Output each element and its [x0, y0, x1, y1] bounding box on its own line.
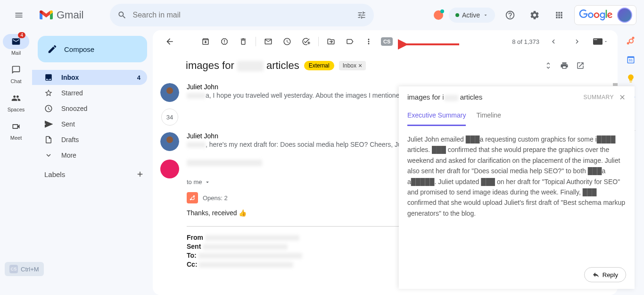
header: Gmail Active — [0, 0, 644, 30]
delete-button[interactable] — [234, 32, 253, 51]
summary-title: images for i articles — [407, 93, 583, 101]
keep-icon — [626, 74, 636, 83]
hubspot-indicator[interactable] — [434, 10, 443, 20]
settings-button[interactable] — [525, 6, 544, 25]
nav-starred[interactable]: Starred — [32, 85, 147, 101]
gear-icon — [529, 10, 540, 20]
send-icon — [44, 120, 53, 128]
svg-point-8 — [191, 197, 194, 200]
search-icon — [117, 10, 127, 20]
move-button[interactable] — [322, 32, 340, 51]
reply-button[interactable]: Reply — [584, 267, 626, 282]
archive-icon — [201, 37, 210, 46]
summary-tabs: Executive Summary Timeline — [399, 108, 635, 126]
hubspot-icon — [626, 36, 636, 45]
active-status[interactable]: Active — [449, 8, 495, 23]
expand-icon[interactable] — [544, 61, 553, 70]
search-input[interactable] — [132, 11, 357, 19]
clock-icon — [283, 37, 291, 46]
star-icon — [44, 89, 53, 97]
cs-badge[interactable]: CS — [381, 37, 393, 46]
rail-meet[interactable]: Meet — [3, 119, 29, 141]
sender-avatar — [160, 83, 179, 102]
chevron-down-icon — [44, 151, 53, 160]
thread-count[interactable]: 34 — [161, 109, 178, 126]
close-icon[interactable] — [619, 93, 626, 101]
reply-icon — [592, 271, 600, 278]
tab-executive-summary[interactable]: Executive Summary — [407, 108, 466, 126]
svg-line-12 — [629, 42, 630, 43]
svg-point-7 — [190, 199, 192, 201]
label-icon — [346, 37, 354, 46]
archive-button[interactable] — [196, 32, 215, 51]
mark-unread-button[interactable] — [259, 32, 278, 51]
sidebar: Compose Inbox 4 Starred Snoozed Sent Dra… — [32, 30, 153, 295]
sender-avatar — [160, 132, 179, 151]
subject-row: images for articles External Inbox × — [153, 53, 618, 78]
chevron-left-icon — [549, 37, 558, 46]
rail-spaces[interactable]: Spaces — [3, 91, 29, 112]
apps-button[interactable] — [550, 6, 569, 25]
next-button[interactable] — [568, 32, 586, 51]
help-icon — [505, 10, 515, 20]
google-logo-icon — [578, 9, 613, 21]
input-tools-button[interactable] — [591, 32, 610, 51]
toolbar: CS 8 of 1,373 — [153, 30, 618, 53]
gmail-icon — [40, 10, 53, 20]
trash-icon — [239, 37, 248, 46]
nav-more[interactable]: More — [32, 148, 147, 163]
google-account[interactable] — [574, 5, 636, 25]
sender-redacted — [187, 160, 262, 166]
inbox-chip[interactable]: Inbox × — [339, 61, 366, 70]
chat-icon — [11, 65, 21, 75]
prev-button[interactable] — [544, 32, 563, 51]
pencil-icon — [47, 44, 58, 54]
nav-sent[interactable]: Sent — [32, 117, 147, 132]
spam-button[interactable] — [215, 32, 234, 51]
snooze-button[interactable] — [278, 32, 297, 51]
more-button[interactable] — [359, 32, 378, 51]
main-menu-button[interactable] — [8, 4, 30, 26]
print-icon[interactable] — [560, 61, 569, 70]
keyboard-icon — [593, 38, 603, 45]
calendar-addon[interactable]: 31 — [626, 55, 636, 64]
plus-icon[interactable] — [136, 170, 144, 178]
user-avatar[interactable] — [617, 8, 632, 23]
summary-panel: images for i articles SUMMARY Executive … — [399, 86, 635, 289]
summary-header: images for i articles SUMMARY — [399, 86, 635, 108]
svg-rect-3 — [594, 39, 595, 40]
mail-icon — [11, 37, 21, 46]
keep-addon[interactable] — [626, 74, 636, 83]
compose-button[interactable]: Compose — [38, 36, 147, 62]
subject-text: images for articles — [186, 59, 299, 72]
nav-inbox[interactable]: Inbox 4 — [32, 70, 147, 85]
search-bar[interactable] — [110, 4, 374, 26]
spaces-icon — [11, 93, 21, 103]
back-button[interactable] — [160, 32, 179, 51]
header-right: Active — [434, 5, 636, 25]
clock-icon — [44, 104, 53, 113]
gmail-logo[interactable]: Gmail — [40, 9, 83, 21]
hamburger-icon — [14, 10, 24, 20]
label-button[interactable] — [340, 32, 359, 51]
chevron-down-icon — [204, 179, 211, 185]
chevron-down-icon — [483, 12, 488, 18]
nav-snoozed[interactable]: Snoozed — [32, 101, 147, 116]
svg-rect-5 — [596, 39, 597, 40]
inbox-icon — [44, 73, 53, 82]
hubspot-addon[interactable] — [626, 36, 636, 45]
rail-mail[interactable]: 4 Mail — [3, 34, 29, 56]
arrow-back-icon — [165, 37, 174, 46]
summary-body: Juliet John emailed ███a requesting cust… — [399, 126, 635, 226]
more-vert-icon — [364, 37, 373, 46]
open-new-icon[interactable] — [576, 61, 585, 70]
calendar-icon: 31 — [626, 55, 636, 64]
help-button[interactable] — [501, 6, 520, 25]
add-task-button[interactable] — [297, 32, 315, 51]
rail-chat[interactable]: Chat — [3, 62, 29, 84]
tab-timeline[interactable]: Timeline — [476, 108, 501, 126]
left-rail: 4 Mail Chat Spaces Meet CS Ctrl+M — [0, 30, 32, 295]
nav-drafts[interactable]: Drafts — [32, 132, 147, 147]
svg-text:31: 31 — [629, 58, 633, 62]
tune-icon[interactable] — [357, 10, 366, 20]
